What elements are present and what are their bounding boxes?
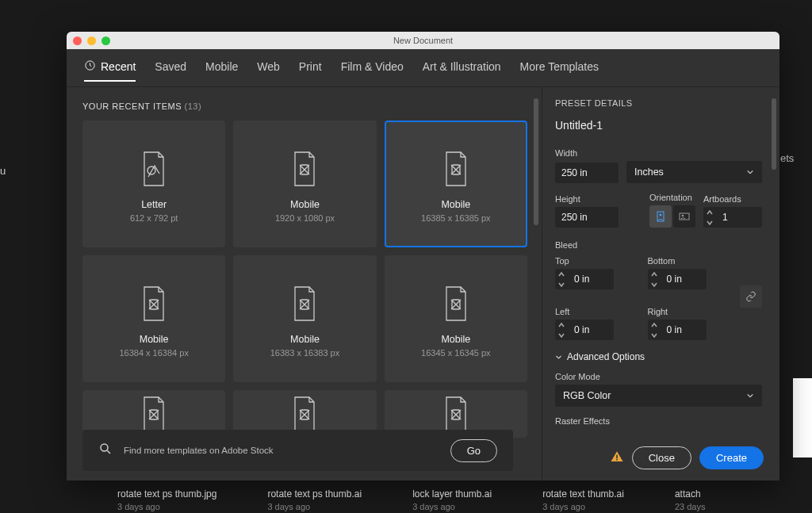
go-button[interactable]: Go [450, 439, 497, 462]
tools-icon [290, 280, 319, 327]
bleed-label: Bleed [555, 240, 762, 250]
scrollbar[interactable] [534, 98, 538, 225]
page-icon [140, 145, 168, 193]
preset-dimensions: 1920 x 1080 px [275, 213, 335, 223]
titlebar: New Document [67, 32, 779, 49]
height-label: Height [555, 194, 642, 204]
tab-print[interactable]: Print [299, 60, 322, 76]
bleed-top-input[interactable] [568, 269, 614, 289]
category-tabs: Recent Saved Mobile Web Print Film & Vid… [67, 49, 779, 87]
preset-card[interactable]: Letter612 x 792 pt [82, 121, 225, 247]
width-input[interactable] [555, 163, 619, 183]
search-icon [98, 442, 113, 459]
tools-icon [140, 280, 168, 327]
preset-name: Mobile [140, 334, 169, 345]
tools-icon [442, 280, 470, 327]
document-name-input[interactable] [555, 116, 762, 139]
close-button[interactable]: Close [632, 446, 691, 469]
preset-details-heading: PRESET DETAILS [555, 98, 762, 108]
preset-name: Mobile [441, 334, 470, 345]
preset-grid-panel: YOUR RECENT ITEMS (13) Letter612 x 792 p… [67, 87, 542, 480]
bleed-left-stepper[interactable] [555, 320, 568, 340]
svg-point-14 [682, 215, 684, 217]
preset-dimensions: 16384 x 16384 px [119, 348, 188, 358]
bleed-bottom-label: Bottom [648, 256, 733, 266]
link-bleed-icon[interactable] [740, 285, 762, 308]
tab-art-illustration[interactable]: Art & Illustration [423, 60, 501, 76]
preset-details-panel: PRESET DETAILS Width Inches Height Orien… [542, 87, 779, 480]
width-label: Width [555, 148, 762, 158]
artboards-stepper[interactable] [703, 207, 716, 228]
thumbnail-peek [793, 378, 812, 457]
svg-point-10 [101, 444, 108, 451]
new-document-dialog: New Document Recent Saved Mobile Web Pri… [67, 32, 779, 480]
bleed-top-label: Top [555, 256, 640, 266]
preset-dimensions: 16383 x 16383 px [270, 348, 339, 358]
tab-saved[interactable]: Saved [155, 60, 186, 76]
orientation-label: Orientation [649, 193, 695, 202]
background-recent-files: rotate text ps thumb.jpg3 days ago rotat… [117, 488, 705, 511]
stock-search-placeholder[interactable]: Find more templates on Adobe Stock [124, 446, 439, 455]
warning-icon [610, 450, 624, 466]
units-select[interactable]: Inches [626, 161, 762, 183]
raster-effects-label: Raster Effects [555, 416, 762, 426]
preset-card[interactable]: Mobile16384 x 16384 px [82, 255, 225, 382]
stock-search-bar: Find more templates on Adobe Stock Go [82, 430, 513, 471]
orientation-landscape[interactable] [673, 205, 695, 228]
preset-card[interactable]: Mobile1920 x 1080 px [233, 121, 376, 247]
tools-icon [290, 145, 319, 193]
bleed-right-label: Right [648, 307, 733, 316]
window-minimize-icon[interactable] [87, 36, 96, 45]
window-close-icon[interactable] [73, 36, 82, 45]
preset-card[interactable]: Mobile16383 x 16383 px [233, 255, 376, 382]
section-label: YOUR RECENT ITEMS (13) [82, 101, 527, 111]
preset-name: Mobile [290, 199, 320, 210]
orientation-portrait[interactable] [649, 205, 672, 228]
window-zoom-icon[interactable] [102, 36, 110, 45]
tab-film-video[interactable]: Film & Video [341, 60, 404, 76]
preset-name: Letter [141, 199, 167, 210]
create-button[interactable]: Create [699, 446, 764, 469]
truncated-label: ets [780, 152, 812, 168]
tab-mobile[interactable]: Mobile [205, 60, 238, 76]
tab-web[interactable]: Web [257, 60, 280, 76]
bleed-left-label: Left [555, 307, 640, 316]
window-title: New Document [393, 36, 453, 45]
color-mode-select[interactable]: RGB Color [555, 385, 762, 407]
color-mode-label: Color Mode [555, 372, 762, 381]
advanced-options-toggle[interactable]: Advanced Options [555, 351, 762, 362]
artboards-input[interactable] [716, 207, 762, 228]
bleed-bottom-input[interactable] [661, 269, 707, 289]
svg-point-12 [660, 214, 662, 216]
preset-card[interactable]: Mobile16385 x 16385 px [385, 121, 527, 247]
tab-label: Recent [101, 60, 136, 73]
svg-rect-16 [616, 459, 618, 461]
svg-rect-15 [616, 454, 618, 458]
preset-dimensions: 16345 x 16345 px [421, 348, 490, 358]
preset-dimensions: 612 x 792 pt [130, 213, 178, 223]
bleed-top-stepper[interactable] [555, 269, 568, 289]
tools-icon [442, 145, 470, 193]
preset-dimensions: 16385 x 16385 px [421, 213, 490, 223]
truncated-label-left: u [0, 165, 8, 177]
scrollbar[interactable] [772, 98, 776, 170]
tab-recent[interactable]: Recent [84, 59, 136, 82]
preset-card[interactable]: Mobile16345 x 16345 px [385, 255, 527, 382]
bleed-bottom-stepper[interactable] [648, 269, 661, 289]
bleed-right-stepper[interactable] [648, 320, 661, 340]
artboards-label: Artboards [703, 194, 762, 204]
preset-name: Mobile [290, 334, 320, 345]
bleed-right-input[interactable] [661, 320, 707, 340]
tab-more-templates[interactable]: More Templates [520, 60, 599, 76]
height-input[interactable] [555, 207, 619, 228]
bleed-left-input[interactable] [568, 320, 614, 340]
clock-icon [84, 59, 96, 74]
preset-name: Mobile [441, 199, 470, 210]
